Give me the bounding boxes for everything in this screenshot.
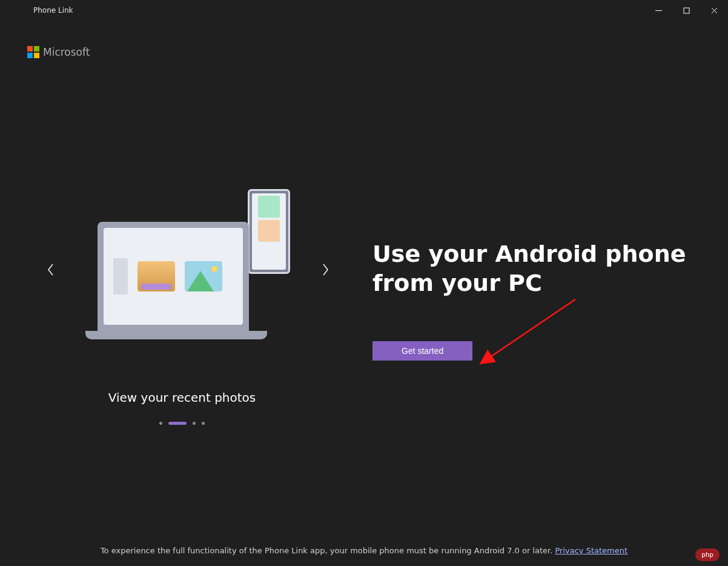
microsoft-logo-text: Microsoft	[43, 46, 90, 58]
carousel-prev-button[interactable]	[41, 260, 61, 279]
phone-thumb-icon	[258, 220, 280, 242]
page-headline: Use your Android phone from your PC	[372, 240, 695, 298]
carousel-indicators	[159, 422, 205, 425]
content-area: View your recent photos Use your Android…	[0, 58, 728, 566]
footer-text: To experience the full functionality of …	[101, 546, 555, 555]
carousel	[0, 200, 364, 339]
carousel-next-button[interactable]	[316, 260, 335, 279]
carousel-dot-0[interactable]	[159, 422, 162, 425]
close-button[interactable]	[700, 0, 728, 21]
carousel-caption: View your recent photos	[108, 390, 256, 405]
maximize-button[interactable]	[672, 0, 700, 21]
titlebar-left: Phone Link	[33, 6, 73, 15]
phone-link-window: Phone Link Microsoft	[0, 0, 728, 566]
app-title: Phone Link	[33, 6, 73, 15]
titlebar: Phone Link	[0, 0, 728, 21]
svg-rect-1	[684, 8, 689, 13]
carousel-dot-1[interactable]	[168, 422, 187, 425]
carousel-pane: View your recent photos	[0, 58, 364, 566]
photo-thumb-icon	[185, 261, 222, 291]
laptop-sidebar-icon	[113, 258, 128, 295]
carousel-illustration	[85, 200, 279, 339]
privacy-link[interactable]: Privacy Statement	[555, 546, 627, 555]
minimize-button[interactable]	[644, 0, 672, 21]
window-controls	[644, 0, 728, 21]
laptop-graphic	[85, 222, 261, 339]
carousel-dot-2[interactable]	[193, 422, 196, 425]
watermark-badge: php	[695, 548, 720, 561]
footer: To experience the full functionality of …	[0, 546, 728, 555]
microsoft-logo-icon	[27, 46, 39, 58]
microsoft-logo: Microsoft	[0, 21, 728, 58]
main-pane: Use your Android phone from your PC Get …	[364, 58, 728, 566]
carousel-dot-3[interactable]	[202, 422, 205, 425]
photo-thumb-icon	[137, 261, 175, 291]
phone-thumb-icon	[258, 196, 280, 218]
get-started-button[interactable]: Get started	[372, 341, 472, 361]
